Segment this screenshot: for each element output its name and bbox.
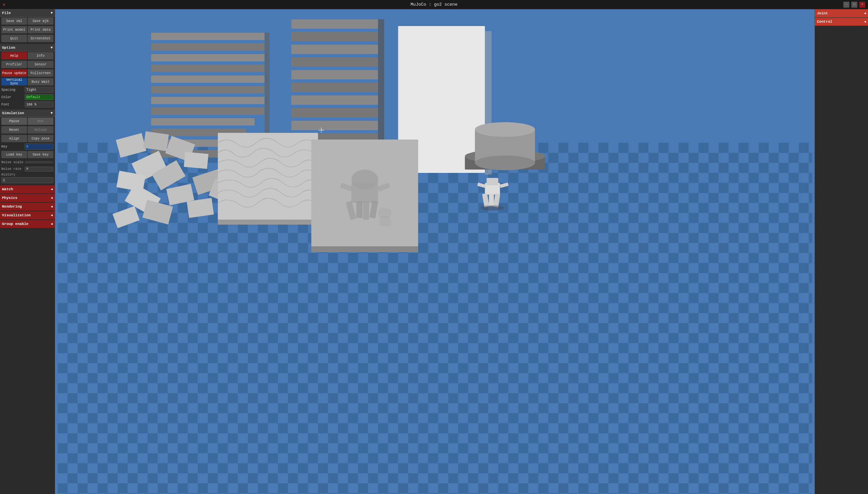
watch-arrow: ◄ <box>51 188 53 191</box>
busy-wait-button[interactable]: Busy Wait <box>28 78 53 86</box>
font-label: Font <box>1 103 24 107</box>
reload-button[interactable]: Reload <box>28 126 53 134</box>
run-button[interactable]: Run <box>28 117 53 125</box>
help-button[interactable]: Help <box>1 52 27 59</box>
svg-rect-10 <box>151 86 265 93</box>
color-row: Color Default <box>0 93 55 101</box>
noise-scale-label: Noise scale <box>1 160 24 164</box>
noise-scale-slider[interactable] <box>25 161 53 164</box>
visualization-label: Visualization <box>2 213 31 217</box>
svg-rect-70 <box>489 194 494 206</box>
simulation-section-header[interactable]: Simulation ▼ <box>0 110 55 117</box>
watch-section-header[interactable]: Watch ◄ <box>0 185 55 193</box>
noise-rate-row: Noise rate 0 <box>0 166 55 172</box>
history-label: History <box>1 173 53 176</box>
pause-sim-button[interactable]: Pause <box>1 117 27 125</box>
viewport[interactable] <box>55 10 815 494</box>
group-enable-section-header[interactable]: Group enable ◄ <box>0 220 55 228</box>
left-panel: File ▼ Save xml Save mjb Print model Pri… <box>0 10 55 494</box>
svg-rect-55 <box>363 201 369 220</box>
svg-rect-19 <box>291 32 378 41</box>
rendering-label: Rendering <box>2 205 22 209</box>
noise-rate-label: Noise rate <box>1 167 24 171</box>
svg-rect-26 <box>291 121 378 130</box>
history-input[interactable] <box>1 177 53 183</box>
simulation-arrow: ▼ <box>51 111 53 115</box>
reset-button[interactable]: Reset <box>1 126 27 134</box>
physics-section-header[interactable]: Physics ◄ <box>0 194 55 202</box>
spacing-row: Spacing Tight <box>0 86 55 93</box>
noise-rate-value: 0 <box>25 167 53 172</box>
main-layout: File ▼ Save xml Save mjb Print model Pri… <box>0 10 868 494</box>
watch-label: Watch <box>2 187 13 191</box>
print-buttons-row: Print model Print data <box>0 25 55 34</box>
save-key-button[interactable]: Save key <box>28 151 53 158</box>
minimize-button[interactable]: − <box>843 2 849 8</box>
rendering-section-header[interactable]: Rendering ◄ <box>0 203 55 211</box>
close-button[interactable]: × <box>859 2 865 8</box>
print-data-button[interactable]: Print data <box>28 26 53 33</box>
visualization-section-header[interactable]: Visualization ◄ <box>0 211 55 219</box>
robot-relief-plate <box>312 139 418 252</box>
align-button[interactable]: Align <box>1 135 27 142</box>
joint-label: Joint <box>817 11 828 15</box>
svg-rect-11 <box>151 97 265 104</box>
svg-point-65 <box>475 122 535 137</box>
right-panel: Joint ◄ Control ◄ <box>815 10 868 494</box>
load-key-button[interactable]: Load key <box>1 151 27 158</box>
svg-rect-18 <box>291 19 378 29</box>
svg-rect-52 <box>352 183 378 203</box>
control-section-header[interactable]: Control ◄ <box>815 18 868 26</box>
key-row: Key 0 <box>0 143 55 150</box>
save-mjb-button[interactable]: Save mjb <box>28 17 53 25</box>
file-section-header[interactable]: File ▼ <box>0 10 55 17</box>
pause-update-button[interactable]: Pause update <box>1 70 27 77</box>
svg-rect-34 <box>143 131 169 151</box>
vertical-sync-button[interactable]: Vertical Sync <box>1 78 27 86</box>
window-controls: − □ × <box>843 2 865 8</box>
load-save-key-row: Load key Save key <box>0 150 55 159</box>
svg-point-74 <box>481 205 504 211</box>
print-model-button[interactable]: Print model <box>1 26 27 33</box>
file-arrow: ▼ <box>51 11 53 15</box>
spacing-label: Spacing <box>1 88 24 92</box>
color-label: Color <box>1 95 24 99</box>
control-arrow: ◄ <box>864 20 866 24</box>
svg-rect-68 <box>487 178 498 185</box>
window-title: MuJoCo : go2 scene <box>411 2 457 7</box>
option-section-header[interactable]: Option ▼ <box>0 44 55 52</box>
save-xml-button[interactable]: Save xml <box>1 17 27 25</box>
option-label: Option <box>2 46 15 50</box>
option-arrow: ▼ <box>51 46 53 50</box>
simulation-label: Simulation <box>2 111 24 115</box>
svg-rect-61 <box>312 246 418 252</box>
font-value: 100 % <box>25 101 53 108</box>
fullscreen-button[interactable]: Fullscreen <box>28 70 53 77</box>
svg-rect-24 <box>291 95 378 105</box>
maximize-button[interactable]: □ <box>851 2 857 8</box>
app-icon: ✕ <box>3 2 5 7</box>
terrain-mesh <box>218 133 318 225</box>
profiler-button[interactable]: Profiler <box>1 61 27 68</box>
sensor-button[interactable]: Sensor <box>28 61 53 68</box>
svg-rect-39 <box>184 152 209 169</box>
svg-rect-22 <box>291 70 378 79</box>
help-info-row: Help Info <box>0 52 55 60</box>
rendering-arrow: ◄ <box>51 205 53 209</box>
screenshot-button[interactable]: Screenshot <box>28 35 53 42</box>
noise-scale-row: Noise scale <box>0 159 55 166</box>
svg-rect-25 <box>291 108 378 117</box>
svg-rect-21 <box>291 57 378 67</box>
font-row: Font 100 % <box>0 101 55 108</box>
info-button[interactable]: Info <box>28 52 53 59</box>
file-label: File <box>2 11 11 15</box>
key-label: Key <box>1 145 24 149</box>
pause-run-row: Pause Run <box>0 117 55 126</box>
quit-button[interactable]: Quit <box>1 35 27 42</box>
physics-label: Physics <box>2 196 17 200</box>
svg-rect-13 <box>151 118 255 126</box>
joint-section-header[interactable]: Joint ◄ <box>815 10 868 17</box>
joint-arrow: ◄ <box>864 12 866 15</box>
svg-rect-5 <box>151 33 265 40</box>
copy-pose-button[interactable]: Copy pose <box>28 135 53 142</box>
